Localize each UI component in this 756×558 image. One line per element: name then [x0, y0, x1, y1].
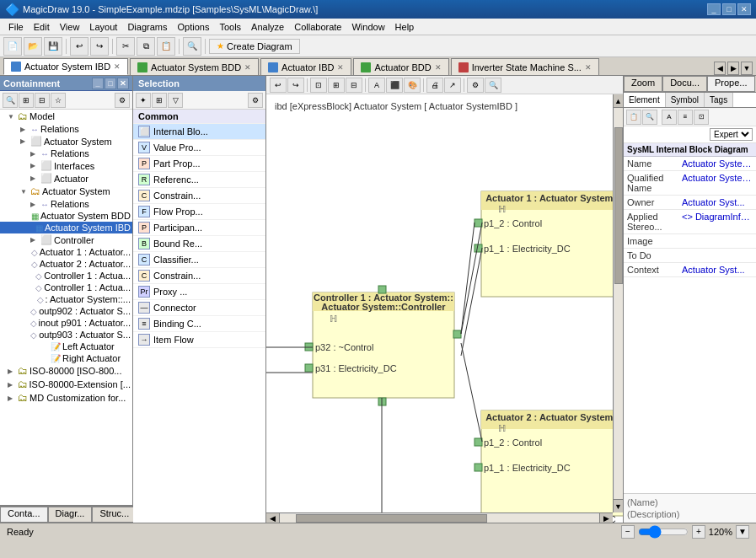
- menu-options[interactable]: Options: [172, 20, 214, 34]
- diag-tb-btn4[interactable]: ⊞: [328, 78, 345, 93]
- tree-item-outp902[interactable]: ◇ outp902 : Actuator S...: [0, 305, 132, 317]
- menu-file[interactable]: File: [3, 20, 29, 34]
- undo-btn[interactable]: ↩: [70, 37, 88, 56]
- props-tab-tags[interactable]: Tags: [705, 93, 733, 107]
- menu-layout[interactable]: Layout: [84, 20, 122, 34]
- tab-actuator-bdd[interactable]: Actuator BDD ✕: [353, 58, 448, 75]
- diagram-canvas[interactable]: ibd [eXpressBlock] Actuator System [ Act…: [266, 94, 623, 523]
- v-scroll-thumb[interactable]: [614, 127, 623, 284]
- tree-item-inoutp901[interactable]: ◇ inout p901 : Actuator...: [0, 317, 132, 329]
- tools-item-ibd[interactable]: ⬜ Internal Blo...: [133, 124, 265, 140]
- menu-analyze[interactable]: Analyze: [246, 20, 289, 34]
- tools-item-binding[interactable]: ≡ Binding C...: [133, 316, 265, 332]
- tree-item-actuatorsys2[interactable]: ▼ 🗂 Actuator System: [0, 185, 132, 198]
- tree-item-as-bdd[interactable]: ▦ Actuator System BDD: [0, 210, 132, 222]
- menu-help[interactable]: Help: [390, 20, 420, 34]
- tree-item-relations3[interactable]: ▶ ↔ Relations: [0, 198, 132, 210]
- panel-tab-structure[interactable]: Struc...: [92, 507, 137, 523]
- v-scroll-track[interactable]: [614, 108, 623, 499]
- tree-item-actuatorsys1[interactable]: ▶ ⬜ Actuator System: [0, 135, 132, 148]
- panel-tab-containment[interactable]: Conta...: [0, 507, 48, 523]
- create-diagram-btn[interactable]: ★ Create Diagram: [209, 39, 300, 54]
- diag-tb-search[interactable]: 🔍: [485, 78, 501, 93]
- tools-item-connector[interactable]: — Connector: [133, 300, 265, 316]
- diag-tb-btn2[interactable]: ↪: [287, 78, 304, 93]
- tools-item-bound[interactable]: B Bound Re...: [133, 236, 265, 252]
- tree-item-iso-ext[interactable]: ▶ 🗂 ISO-80000-Extension [...: [0, 378, 132, 391]
- close-button[interactable]: ✕: [737, 3, 751, 15]
- tree-item-right-act[interactable]: 📝 Right Actuator: [0, 352, 132, 364]
- props-tb2[interactable]: 🔍: [642, 110, 657, 125]
- tools-item-ref[interactable]: R Referenc...: [133, 172, 265, 188]
- panel-tab-diagrams[interactable]: Diagr...: [48, 507, 93, 523]
- minimize-button[interactable]: _: [707, 3, 721, 15]
- props-tab-zoom[interactable]: Zoom: [624, 76, 662, 92]
- tab-nav-right[interactable]: ▶: [727, 62, 739, 75]
- scroll-down-btn[interactable]: ▼: [614, 499, 624, 512]
- tools-item-part[interactable]: P Part Prop...: [133, 156, 265, 172]
- zoom-slider[interactable]: [638, 526, 689, 538]
- props-fmt3[interactable]: ⊡: [694, 110, 709, 125]
- diag-tb-btn3[interactable]: ⊡: [310, 78, 327, 93]
- diag-tb-btn1[interactable]: ↩: [270, 78, 287, 93]
- tree-item-left-act[interactable]: 📝 Left Actuator: [0, 341, 132, 352]
- menu-collaborate[interactable]: Collaborate: [289, 20, 346, 34]
- h-scrollbar[interactable]: ◀ ▶: [266, 512, 613, 523]
- tab-close-4[interactable]: ✕: [585, 63, 592, 72]
- find-btn[interactable]: 🔍: [183, 37, 201, 56]
- props-fmt2[interactable]: ≡: [678, 110, 693, 125]
- tree-item-controller[interactable]: ▶ ⬜ Controller: [0, 233, 132, 246]
- tab-close-1[interactable]: ✕: [244, 63, 251, 72]
- tools-item-const2[interactable]: C Constrain...: [133, 268, 265, 284]
- tree-item-ctrl1a[interactable]: ◇ Controller 1 : Actua...: [0, 270, 132, 282]
- containment-close[interactable]: ✕: [117, 78, 129, 89]
- containment-float[interactable]: □: [105, 78, 116, 89]
- tree-item-as-ibd[interactable]: ▦ Actuator System IBD: [0, 222, 132, 233]
- diag-tb-btn7[interactable]: ⬛: [386, 78, 403, 93]
- containment-tree[interactable]: ▼ 🗂 Model ▶ ↔ Relations ▶ ⬜ Actuator Sys…: [0, 110, 132, 505]
- containment-minimize[interactable]: _: [92, 78, 104, 89]
- tools-tb-btn3[interactable]: ▽: [168, 93, 183, 108]
- tools-tb-btn4[interactable]: ⚙: [248, 93, 263, 108]
- new-btn[interactable]: 📄: [3, 37, 22, 56]
- zoom-out-btn[interactable]: −: [621, 525, 635, 539]
- redo-btn[interactable]: ↪: [90, 37, 109, 56]
- containment-expand[interactable]: ⊞: [19, 93, 34, 108]
- props-tab-props[interactable]: Prope...: [707, 76, 755, 92]
- tab-close-3[interactable]: ✕: [435, 63, 442, 72]
- tree-item-actuator[interactable]: ▶ ⬜ Actuator: [0, 172, 132, 185]
- scroll-left-btn[interactable]: ◀: [266, 513, 280, 523]
- tree-item-as-sys[interactable]: ◇ : Actuator System::...: [0, 293, 132, 305]
- props-value-image[interactable]: [678, 234, 756, 249]
- tab-actuator-system-bdd[interactable]: Actuator System BDD ✕: [130, 58, 259, 75]
- tree-item-ctrl1b[interactable]: ◇ Controller 1 : Actua...: [0, 282, 132, 293]
- h-scroll-track[interactable]: [280, 514, 599, 523]
- tab-inverter-sm[interactable]: Inverter State Machine S... ✕: [451, 58, 599, 75]
- tree-item-relations1[interactable]: ▶ ↔ Relations: [0, 123, 132, 135]
- v-scrollbar[interactable]: ▲ ▼: [613, 94, 623, 512]
- props-value-qname[interactable]: Actuator System::Act...: [678, 171, 756, 196]
- maximize-button[interactable]: □: [722, 3, 736, 15]
- tools-item-value[interactable]: V Value Pro...: [133, 140, 265, 156]
- tree-item-relations2[interactable]: ▶ ↔ Relations: [0, 148, 132, 159]
- diag-tb-export[interactable]: ↗: [444, 78, 461, 93]
- diag-tb-btn8[interactable]: 🎨: [404, 78, 421, 93]
- props-value-todo[interactable]: [678, 249, 756, 263]
- tools-item-flow[interactable]: F Flow Prop...: [133, 204, 265, 220]
- containment-settings[interactable]: ⚙: [115, 93, 130, 108]
- containment-search[interactable]: 🔍: [3, 93, 18, 108]
- menu-diagrams[interactable]: Diagrams: [122, 20, 172, 34]
- props-fmt1[interactable]: A: [662, 110, 677, 125]
- menu-window[interactable]: Window: [346, 20, 389, 34]
- open-btn[interactable]: 📂: [24, 37, 42, 56]
- paste-btn[interactable]: 📋: [157, 37, 175, 56]
- h-scroll-thumb[interactable]: [296, 514, 487, 523]
- cut-btn[interactable]: ✂: [116, 37, 135, 56]
- tab-nav-left[interactable]: ◀: [714, 62, 726, 75]
- tab-close-0[interactable]: ✕: [114, 62, 121, 71]
- diag-tb-settings[interactable]: ⚙: [467, 78, 484, 93]
- menu-view[interactable]: View: [55, 20, 85, 34]
- zoom-in-btn[interactable]: +: [692, 525, 705, 539]
- tree-item-act1[interactable]: ◇ Actuator 1 : Actuator...: [0, 246, 132, 258]
- props-value-stereo[interactable]: <> DiagramInfo [Dia...: [678, 210, 756, 234]
